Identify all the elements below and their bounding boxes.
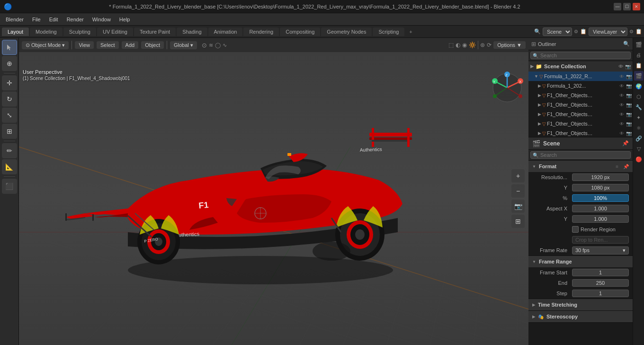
resolution-pct-value[interactable]: 100% [572,194,629,202]
tab-shading[interactable]: Shading [177,27,207,36]
props-output-button[interactable]: 🖨 [634,50,644,60]
object-mode-button[interactable]: ⊙ Object Mode ▾ [22,41,69,49]
aspect-x-value[interactable]: 1.000 [572,205,629,212]
tab-texture-paint[interactable]: Texture Paint [134,27,176,36]
outliner-search-input[interactable] [538,53,628,58]
props-constraints-button[interactable]: 🔗 [634,134,644,143]
scene-col-camera[interactable]: 📷 [625,64,631,69]
resolution-x-value[interactable]: 1920 px [572,173,629,181]
tab-geometry-nodes[interactable]: Geometry Nodes [321,27,372,36]
add-menu-button[interactable]: Add [122,41,139,49]
viewport-3d[interactable]: ⊙ Object Mode ▾ View Select Add Object G… [19,38,528,345]
props-data-button[interactable]: ▽ [634,144,644,154]
frame-range-section-header[interactable]: ▼ Frame Range [528,256,633,267]
scene-selector[interactable]: Scene [543,27,572,36]
time-stretching-section-header[interactable]: ▶ Time Stretching [528,299,633,310]
tab-animation[interactable]: Animation [208,27,243,36]
props-render-button[interactable]: 🎬 [634,40,644,49]
eye-icon-0[interactable]: 👁 [619,74,624,79]
cursor-tool-button[interactable]: ⊕ [2,56,17,71]
snap-magnet-icon[interactable]: ⊙ [202,42,207,49]
outliner-item-3[interactable]: ▶ ▽ F1_Other_Objects_l... 👁 📷 [528,100,633,109]
camera-icon-5[interactable]: 📷 [626,121,632,127]
stereoscopy-section-header[interactable]: ▶ 🎭 Stereoscopy [528,311,633,322]
view-layer-selector[interactable]: ViewLayer [589,27,627,36]
camera-icon-4[interactable]: 📷 [626,112,632,117]
viewport-shading-solid[interactable]: ◐ [456,42,460,48]
zoom-in-button[interactable]: + [511,169,525,182]
render-region-button[interactable]: ⊞ [511,215,525,228]
view-menu-button[interactable]: View [75,41,94,49]
props-view-layer-button[interactable]: 📋 [634,61,644,70]
eye-icon-2[interactable]: 👁 [619,93,624,98]
camera-icon-2[interactable]: 📷 [626,93,632,98]
resolution-y-value[interactable]: 1080 px [572,184,629,191]
outliner-item-6[interactable]: ▶ ▽ F1_Other_Objects_l... 👁 📷 [528,128,633,137]
props-physics-button[interactable]: ⚛ [634,123,644,133]
tab-scripting[interactable]: Scripting [373,27,404,36]
tab-uv-editing[interactable]: UV Editing [97,27,133,36]
camera-view-button[interactable]: 📷 [511,200,525,213]
format-pin-icon[interactable]: 📌 [623,164,629,169]
menu-edit[interactable]: Edit [45,16,62,23]
eye-icon-5[interactable]: 👁 [619,121,624,127]
props-particles-button[interactable]: ✦ [634,113,644,122]
transform-tool-button[interactable]: ⊞ [2,124,17,139]
tab-sculpting[interactable]: Sculpting [63,27,96,36]
outliner-item-4[interactable]: ▶ ▽ F1_Other_Objects_l... 👁 📷 [528,109,633,119]
viewport-shading-wireframe[interactable]: ⬚ [448,42,454,48]
transform-global-button[interactable]: Global ▾ [170,41,197,49]
tab-rendering[interactable]: Rendering [243,27,279,36]
proportional-icon[interactable]: ◯ [215,42,221,48]
props-scene-button[interactable]: 🎬 [634,71,644,81]
tab-compositing[interactable]: Compositing [280,27,320,36]
camera-icon-0[interactable]: 📷 [626,74,632,79]
eye-icon-3[interactable]: 👁 [619,102,624,108]
menu-blender[interactable]: Blender [2,16,27,23]
menu-render[interactable]: Render [63,16,88,23]
frame-end-value[interactable]: 250 [572,279,629,287]
outliner-item-0[interactable]: ▼ ▽ Formula_1_2022_R... 👁 📷 [528,72,633,81]
eye-icon-1[interactable]: 👁 [619,83,624,89]
frame-start-value[interactable]: 1 [572,269,629,276]
viewport-shading-material[interactable]: ◉ [462,42,467,48]
format-section-header[interactable]: ▼ Format ≡ 📌 [528,161,633,172]
misc-tool-button[interactable]: ⬛ [2,179,17,194]
scene-collection-header[interactable]: ▶ 📁 Scene Collection 👁 📷 [528,61,633,72]
zoom-out-button[interactable]: − [511,184,525,198]
render-region-checkbox[interactable] [572,226,579,233]
frame-rate-dropdown[interactable]: 30 fps ▾ [572,246,629,254]
viewport-shading-rendered[interactable]: 🔆 [469,42,476,48]
move-tool-button[interactable]: ✛ [2,75,17,91]
props-object-button[interactable]: ⬡ [634,92,644,101]
outliner-item-1[interactable]: ▶ ▽ Formula_1_202... 👁 📷 [528,81,633,91]
frame-step-value[interactable]: 1 [572,290,629,297]
camera-icon-3[interactable]: 📷 [626,102,632,108]
gizmo-icon[interactable]: ⟳ [487,42,492,48]
options-button[interactable]: Options ▼ [493,41,526,49]
scale-tool-button[interactable]: ⤡ [2,108,17,123]
menu-file[interactable]: File [28,16,45,23]
format-menu-icon[interactable]: ≡ [616,164,618,169]
close-button[interactable]: ✕ [633,3,640,10]
rotate-tool-button[interactable]: ↻ [2,91,17,107]
minimize-button[interactable]: — [614,3,621,10]
annotate-tool-button[interactable]: ✏ [2,143,17,158]
outliner-item-5[interactable]: ▶ ▽ F1_Other_Objects_l... 👁 📷 [528,119,633,128]
falloff-icon[interactable]: ∿ [223,42,227,48]
props-modifier-button[interactable]: 🔧 [634,102,644,112]
camera-icon-6[interactable]: 📷 [626,131,632,136]
select-tool-button[interactable] [2,40,17,55]
maximize-button[interactable]: ☐ [623,3,631,10]
tab-layout[interactable]: Layout [2,27,29,36]
menu-help[interactable]: Help [116,16,134,23]
props-material-button[interactable]: 🔴 [634,154,644,164]
add-workspace-button[interactable]: + [405,27,416,36]
select-menu-button[interactable]: Select [97,41,119,49]
eye-icon-6[interactable]: 👁 [619,131,624,136]
snap-settings-icon[interactable]: ≋ [209,42,213,48]
outliner-filter-icon[interactable]: 🔍 [623,41,630,47]
aspect-y-value[interactable]: 1.000 [572,215,629,223]
viewport-overlay-icon[interactable]: ⊛ [480,42,485,48]
props-world-button[interactable]: 🌍 [634,82,644,91]
